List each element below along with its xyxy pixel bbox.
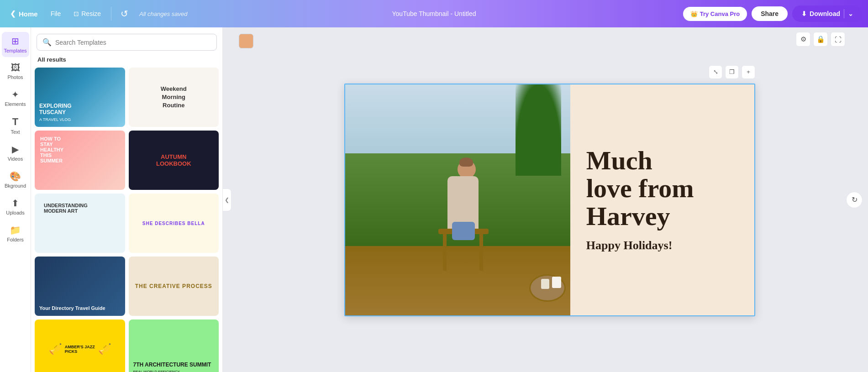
canvas-toolbar: ⚙ 🔒 ⛶: [796, 32, 845, 47]
design-container: ⤡ ❐ +: [344, 84, 755, 316]
template-title: 7th Architecture SummitREAL WORLD EFFICI…: [133, 362, 211, 372]
person-figure: [425, 151, 507, 315]
all-results-label: All results: [31, 55, 222, 68]
lock-tool-button[interactable]: 🔒: [813, 32, 828, 47]
bag: [452, 222, 475, 240]
sidebar-item-videos[interactable]: ▶ Videos: [2, 140, 29, 165]
template-card-autumn-lookbook[interactable]: AUTUMNLOOKBOOK: [129, 131, 219, 190]
divider: [111, 7, 111, 21]
saved-status: All changes saved: [139, 10, 188, 17]
photos-icon: 🖼: [11, 63, 20, 73]
canvas-color-controls: [239, 34, 253, 48]
resize-icon: ⊡: [74, 10, 79, 17]
frame-controls: ⤡ ❐ +: [709, 65, 755, 79]
file-button[interactable]: File: [46, 7, 66, 20]
home-label: Home: [19, 10, 38, 18]
main-content: ⊞ Templates 🖼 Photos ✦ Elements T Text ▶…: [0, 27, 868, 372]
sidebar-item-folders-label: Folders: [7, 237, 24, 242]
template-card-modern-art[interactable]: UNDERSTANDINGMODERN ART: [35, 194, 125, 253]
resize-label: Resize: [81, 10, 101, 17]
template-card-travel-guide[interactable]: Your Directory Travel Guide: [35, 257, 125, 316]
search-bar: 🔍: [37, 34, 217, 51]
sidebar-item-folders[interactable]: 📁 Folders: [2, 221, 29, 246]
sidebar-item-uploads[interactable]: ⬆ Uploads: [2, 194, 29, 219]
template-card-exploring-tuscany[interactable]: EXPLORINGTUSCANYA TRAVEL VLOG: [35, 68, 125, 127]
hide-panel-button[interactable]: ❮: [222, 189, 231, 211]
template-card-stay-healthy[interactable]: HOW TOSTAYHEALTHYTHISSUMMER: [35, 131, 125, 190]
sidebar-item-text-label: Text: [11, 129, 20, 135]
template-content: 🎺 AMBER'S JAZZPICKS 🎺: [44, 338, 116, 360]
refresh-button[interactable]: ↻: [846, 192, 863, 208]
frame-copy-icon: ❐: [729, 68, 735, 75]
template-title: Your Directory Travel Guide: [39, 305, 121, 311]
hide-icon: ❮: [225, 197, 229, 203]
template-card-creative-process[interactable]: THE CREATIVE PROCESS: [129, 257, 219, 316]
search-bar-container: 🔍: [31, 27, 222, 55]
template-title: EXPLORINGTUSCANYA TRAVEL VLOG: [39, 103, 72, 122]
template-card-bella[interactable]: she describes bella: [129, 194, 219, 253]
sidebar-item-uploads-label: Uploads: [6, 210, 24, 215]
sidebar-item-templates[interactable]: ⊞ Templates: [2, 32, 29, 57]
template-card-jazz[interactable]: 🎺 AMBER'S JAZZPICKS 🎺: [35, 320, 125, 372]
try-pro-label: Try Canva Pro: [700, 10, 740, 17]
template-title: she describes bella: [142, 221, 205, 226]
text-icon: T: [12, 116, 18, 128]
design-frame[interactable]: Much love from Harvey Happy Holidays!: [344, 84, 755, 316]
try-pro-button[interactable]: 👑 Try Canva Pro: [683, 7, 747, 21]
frame-expand-icon: ⤡: [713, 68, 718, 75]
sidebar-item-elements-label: Elements: [5, 101, 26, 107]
canvas-content: ⤡ ❐ +: [231, 27, 868, 372]
resize-button[interactable]: ⊡ Resize: [69, 7, 105, 20]
undo-button[interactable]: ↺: [117, 6, 132, 21]
color-swatch[interactable]: [239, 34, 253, 48]
refresh-icon: ↻: [852, 195, 857, 204]
design-main-text: Much love from Harvey: [586, 147, 738, 231]
undo-icon: ↺: [121, 9, 128, 19]
settings-tool-button[interactable]: ⚙: [796, 32, 810, 47]
share-button[interactable]: Share: [752, 6, 788, 21]
expand-more-icon: ⌄: [848, 10, 853, 17]
frame-copy-button[interactable]: ❐: [725, 65, 739, 79]
fullscreen-tool-button[interactable]: ⛶: [831, 32, 845, 47]
sidebar-item-elements[interactable]: ✦ Elements: [2, 85, 29, 110]
frame-add-button[interactable]: +: [742, 65, 755, 79]
chair-leg-1: [443, 234, 447, 271]
palm-tree: [516, 84, 561, 176]
template-title: AUTUMNLOOKBOOK: [156, 153, 191, 167]
share-label: Share: [761, 10, 779, 17]
template-title: WeekendMorningRoutine: [161, 85, 187, 110]
download-label: Download: [810, 10, 840, 17]
sidebar-item-photos[interactable]: 🖼 Photos: [2, 59, 29, 84]
search-icon: 🔍: [42, 38, 52, 47]
template-card-architecture[interactable]: 7th Architecture SummitREAL WORLD EFFICI…: [129, 320, 219, 372]
crown-icon: 👑: [690, 10, 698, 17]
chair-leg-2: [479, 234, 483, 271]
file-label: File: [51, 10, 61, 17]
sidebar-item-background[interactable]: 🎨 Bkground: [2, 167, 29, 192]
cup-2: [541, 279, 549, 289]
download-arrow-icon: ⬇: [801, 10, 807, 17]
fullscreen-icon: ⛶: [835, 36, 842, 43]
template-title: HOW TOSTAYHEALTHYTHISSUMMER: [40, 136, 63, 163]
document-title: YouTube Thumbnail - Untitled: [392, 10, 476, 17]
videos-icon: ▶: [12, 144, 19, 155]
cup-1: [552, 277, 561, 288]
topbar-left: ❮ Home File ⊡ Resize ↺ All changes saved: [5, 6, 188, 21]
design-photo: [345, 84, 570, 315]
sidebar-item-templates-label: Templates: [4, 48, 26, 53]
folders-icon: 📁: [10, 225, 21, 236]
templates-panel: 🔍 All results EXPLORINGTUSCANYA TRAVEL V…: [31, 27, 223, 372]
design-text-panel: Much love from Harvey Happy Holidays!: [570, 84, 754, 315]
home-button[interactable]: ❮ Home: [5, 7, 42, 21]
sidebar-item-background-label: Bkground: [5, 183, 26, 189]
lock-icon: 🔒: [816, 35, 825, 43]
template-card-weekend-morning[interactable]: WeekendMorningRoutine: [129, 68, 219, 127]
person-hair: [459, 157, 473, 167]
frame-add-icon: +: [747, 68, 750, 75]
sidebar-item-text[interactable]: T Text: [2, 112, 29, 138]
download-button[interactable]: ⬇ Download ⌄: [792, 5, 863, 22]
templates-grid: EXPLORINGTUSCANYA TRAVEL VLOG WeekendMor…: [31, 68, 222, 372]
frame-expand-button[interactable]: ⤡: [709, 65, 722, 79]
topbar: ❮ Home File ⊡ Resize ↺ All changes saved…: [0, 0, 868, 27]
search-input[interactable]: [55, 39, 211, 46]
